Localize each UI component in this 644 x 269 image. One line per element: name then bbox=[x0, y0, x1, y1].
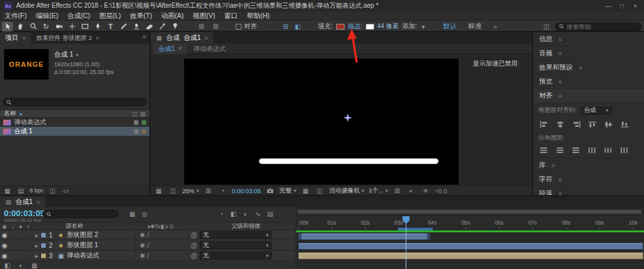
panel-menu-icon[interactable]: ≡ bbox=[552, 162, 555, 169]
distribute-left-icon[interactable] bbox=[587, 145, 598, 154]
tab-project[interactable]: 项目≡ bbox=[0, 32, 31, 44]
distribute-bottom-icon[interactable] bbox=[571, 145, 582, 154]
expand-icon[interactable]: ▸ bbox=[32, 232, 41, 239]
fill-label[interactable]: 填充: bbox=[318, 22, 333, 31]
project-item-row[interactable]: 弹动表达式 bbox=[0, 118, 149, 127]
new-folder-icon[interactable]: ◫ bbox=[48, 187, 57, 195]
source-name-header[interactable]: 源名称 bbox=[66, 222, 144, 230]
panel-menu-icon[interactable]: ≡ bbox=[23, 35, 26, 41]
out-handle[interactable] bbox=[427, 234, 430, 239]
fill-swatch[interactable] bbox=[336, 24, 345, 30]
zoom-tool[interactable] bbox=[28, 22, 39, 32]
panel-menu-icon[interactable]: ≡ bbox=[558, 190, 562, 196]
snap-checkbox[interactable] bbox=[236, 24, 242, 30]
label-chip[interactable] bbox=[41, 254, 46, 258]
flowchart-icon[interactable]: ▦ bbox=[3, 187, 12, 195]
pickwhip-icon[interactable]: @ bbox=[188, 252, 200, 259]
panel-menu-icon[interactable]: ≡ bbox=[579, 64, 582, 71]
add-menu-icon[interactable]: ▾ bbox=[420, 23, 426, 31]
stroke-label[interactable]: 描边: bbox=[348, 22, 363, 31]
label-chip[interactable] bbox=[41, 243, 46, 248]
trash-icon[interactable]: ▭ bbox=[61, 187, 71, 195]
project-list-header[interactable]: 名称 ▲ ◫ ▤ bbox=[0, 109, 149, 118]
workspace-bar-icon[interactable]: ◫ bbox=[542, 23, 551, 31]
panel-menu-icon[interactable]: ≡ bbox=[558, 176, 562, 183]
graph-editor-icon[interactable]: ∿ bbox=[253, 210, 263, 218]
expand-icon[interactable]: ▸ bbox=[32, 242, 41, 249]
time-ruler[interactable]: :00s 01s 02s 03s 04s 05s 06s 07s 08s 09s… bbox=[296, 216, 644, 230]
comp-viewport[interactable] bbox=[184, 59, 459, 185]
layer-switches[interactable]: ✱ / bbox=[135, 241, 188, 250]
help-search-box[interactable] bbox=[555, 23, 641, 31]
resolution-menu[interactable]: 完整▾ bbox=[279, 187, 296, 195]
maximize-button[interactable]: □ bbox=[617, 2, 627, 10]
parent-dropdown[interactable]: 无▾ bbox=[200, 231, 272, 239]
menu-edit[interactable]: 编辑(E) bbox=[35, 12, 58, 21]
menu-view[interactable]: 视图(V) bbox=[193, 12, 215, 21]
help-search-input[interactable] bbox=[567, 23, 638, 30]
pickwhip-icon[interactable]: @ bbox=[188, 242, 200, 249]
menu-help[interactable]: 帮助(H) bbox=[247, 12, 270, 21]
brush-tool[interactable] bbox=[118, 22, 129, 32]
label-chip[interactable] bbox=[142, 129, 146, 134]
timeline-search-box[interactable] bbox=[43, 210, 118, 218]
panel-menu-icon[interactable]: ≡ bbox=[558, 79, 562, 85]
panel-menu-icon[interactable]: ≡ bbox=[37, 199, 40, 205]
workspace-overflow-icon[interactable]: » bbox=[493, 23, 497, 30]
viewer-tab-expression[interactable]: 弹动表达式 bbox=[188, 44, 231, 54]
stroke-width-value[interactable]: 44 像素 bbox=[377, 22, 399, 31]
layer-row-3[interactable]: ◉ ▸ 3 ▣ 弹动表达式 ✱ / @ 无▾ bbox=[0, 251, 295, 261]
label-chip[interactable] bbox=[134, 120, 138, 125]
panel-menu-icon[interactable]: ≡ bbox=[205, 35, 208, 41]
label-chip[interactable] bbox=[134, 129, 138, 134]
mask-visibility-icon[interactable]: ◔ bbox=[218, 187, 227, 195]
panel-menu-icon[interactable]: ≡ bbox=[558, 93, 562, 99]
column-settings-icon[interactable]: ▤ bbox=[140, 111, 146, 117]
parent-link-header[interactable]: 父级和链接 bbox=[197, 222, 295, 230]
main-viewer-icon[interactable]: ◫ bbox=[168, 187, 178, 195]
project-search-box[interactable] bbox=[3, 98, 147, 106]
panel-menu-icon[interactable]: ≡ bbox=[96, 35, 99, 41]
menu-composition[interactable]: 合成(C) bbox=[67, 12, 90, 21]
switches-modes-icon[interactable]: ◐ bbox=[16, 261, 26, 269]
bit-depth-button[interactable]: 8 bpc bbox=[30, 187, 44, 194]
dropdown-icon[interactable]: ▾ bbox=[76, 52, 79, 58]
layer-row-2[interactable]: ◉ ▸ 2 ★ 形状图层 1 ✱ / @ 无▾ bbox=[0, 241, 295, 250]
pickwhip-icon[interactable]: @ bbox=[188, 232, 200, 239]
distribute-vcenter-icon[interactable] bbox=[554, 145, 566, 154]
label-chip[interactable] bbox=[41, 233, 46, 237]
clone-stamp-tool[interactable] bbox=[131, 22, 142, 32]
eye-toggle[interactable]: ◉ bbox=[0, 252, 9, 259]
align-right-icon[interactable] bbox=[571, 120, 582, 129]
expand-layers-icon[interactable]: ◧ bbox=[3, 261, 12, 269]
rotate-tool[interactable]: ↻ bbox=[41, 22, 52, 32]
exposure-value[interactable]: +0.0 bbox=[435, 187, 447, 194]
draft3d-icon[interactable]: ◎ bbox=[140, 210, 149, 218]
layer-name[interactable]: 弹动表达式 bbox=[67, 251, 135, 260]
layer-switches[interactable]: ✱ / bbox=[135, 230, 188, 239]
eye-toggle[interactable]: ◉ bbox=[0, 232, 9, 239]
section-info[interactable]: 信息≡ bbox=[533, 32, 644, 46]
time-navigator-bar[interactable] bbox=[298, 210, 641, 214]
close-viewer-icon[interactable]: × bbox=[178, 45, 182, 52]
viewer-tab-comp1[interactable]: 合成1 × bbox=[153, 44, 187, 54]
menu-file[interactable]: 文件(F) bbox=[5, 12, 26, 21]
align-center-vertical-icon[interactable] bbox=[603, 120, 614, 129]
timeline-right[interactable]: :00s 01s 02s 03s 04s 05s 06s 07s 08s 09s… bbox=[296, 207, 644, 269]
frame-blend-toggle-icon[interactable]: ◧ bbox=[229, 210, 238, 218]
selection-tool[interactable] bbox=[2, 22, 13, 32]
pixel-aspect-icon[interactable]: ⊞ bbox=[392, 187, 402, 195]
expand-icon[interactable]: ▸ bbox=[32, 252, 41, 259]
menu-window[interactable]: 窗口 bbox=[224, 12, 238, 21]
align-top-icon[interactable] bbox=[587, 120, 598, 129]
region-of-interest-icon[interactable]: ▦ bbox=[301, 187, 310, 195]
layer-bar-2[interactable] bbox=[298, 243, 643, 250]
parent-dropdown[interactable]: 无▾ bbox=[200, 241, 272, 249]
section-effects-presets[interactable]: 效果和预设≡ bbox=[533, 60, 644, 75]
align-target-dropdown[interactable]: 合成▾ bbox=[581, 107, 612, 115]
section-preview[interactable]: 预览≡ bbox=[533, 75, 644, 89]
layer-switches[interactable]: ✱ / bbox=[135, 251, 188, 260]
shape-tool[interactable] bbox=[79, 22, 90, 32]
tab-effect-controls[interactable]: 效果控件 形状图层 2≡ bbox=[31, 32, 104, 44]
panel-menu-icon[interactable]: ≡ bbox=[558, 36, 562, 42]
